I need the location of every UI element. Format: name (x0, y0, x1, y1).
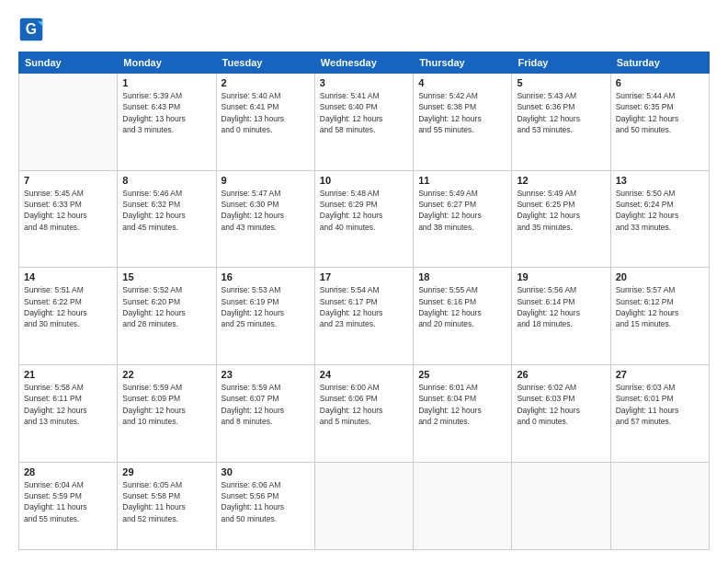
calendar-cell: 21Sunrise: 5:58 AM Sunset: 6:11 PM Dayli… (19, 364, 118, 462)
weekday-header-row: SundayMondayTuesdayWednesdayThursdayFrid… (19, 52, 710, 74)
calendar-cell: 16Sunrise: 5:53 AM Sunset: 6:19 PM Dayli… (216, 268, 314, 365)
day-number: 21 (24, 369, 112, 380)
day-number: 27 (616, 369, 704, 380)
week-row-3: 14Sunrise: 5:51 AM Sunset: 6:22 PM Dayli… (19, 268, 710, 365)
weekday-header-wednesday: Wednesday (314, 52, 413, 74)
day-number: 10 (320, 175, 408, 186)
calendar-cell: 7Sunrise: 5:45 AM Sunset: 6:33 PM Daylig… (19, 170, 118, 268)
day-info: Sunrise: 6:06 AM Sunset: 5:56 PM Dayligh… (222, 479, 310, 524)
day-info: Sunrise: 5:56 AM Sunset: 6:14 PM Dayligh… (517, 284, 605, 329)
day-number: 15 (122, 271, 210, 282)
day-number: 24 (320, 369, 408, 380)
day-number: 20 (616, 271, 704, 282)
day-info: Sunrise: 5:42 AM Sunset: 6:38 PM Dayligh… (418, 90, 506, 135)
calendar-cell (314, 462, 413, 549)
day-number: 22 (122, 369, 210, 380)
day-number: 12 (517, 175, 605, 186)
calendar-cell: 14Sunrise: 5:51 AM Sunset: 6:22 PM Dayli… (19, 268, 118, 365)
page: G SundayMondayTuesdayWednesdayThursdayFr… (0, 0, 728, 563)
day-info: Sunrise: 5:54 AM Sunset: 6:17 PM Dayligh… (320, 284, 408, 329)
day-info: Sunrise: 5:55 AM Sunset: 6:16 PM Dayligh… (418, 284, 506, 329)
calendar-cell: 30Sunrise: 6:06 AM Sunset: 5:56 PM Dayli… (216, 462, 314, 549)
week-row-1: 1Sunrise: 5:39 AM Sunset: 6:43 PM Daylig… (19, 74, 710, 171)
day-info: Sunrise: 5:44 AM Sunset: 6:35 PM Dayligh… (616, 90, 704, 135)
day-info: Sunrise: 5:41 AM Sunset: 6:40 PM Dayligh… (320, 90, 408, 135)
calendar-cell: 27Sunrise: 6:03 AM Sunset: 6:01 PM Dayli… (610, 364, 709, 462)
day-number: 13 (616, 175, 704, 186)
calendar-cell: 25Sunrise: 6:01 AM Sunset: 6:04 PM Dayli… (414, 364, 512, 462)
day-info: Sunrise: 6:01 AM Sunset: 6:04 PM Dayligh… (418, 382, 506, 427)
day-info: Sunrise: 5:43 AM Sunset: 6:36 PM Dayligh… (517, 90, 605, 135)
day-number: 5 (517, 77, 605, 88)
calendar-cell: 12Sunrise: 5:49 AM Sunset: 6:25 PM Dayli… (512, 170, 610, 268)
calendar-cell: 26Sunrise: 6:02 AM Sunset: 6:03 PM Dayli… (512, 364, 610, 462)
weekday-header-friday: Friday (512, 52, 610, 74)
calendar-cell: 2Sunrise: 5:40 AM Sunset: 6:41 PM Daylig… (216, 74, 314, 171)
weekday-header-monday: Monday (118, 52, 216, 74)
day-info: Sunrise: 5:50 AM Sunset: 6:24 PM Dayligh… (616, 188, 704, 233)
calendar-cell: 13Sunrise: 5:50 AM Sunset: 6:24 PM Dayli… (610, 170, 709, 268)
day-number: 8 (122, 175, 210, 186)
calendar-cell: 23Sunrise: 5:59 AM Sunset: 6:07 PM Dayli… (216, 364, 314, 462)
calendar-cell: 6Sunrise: 5:44 AM Sunset: 6:35 PM Daylig… (610, 74, 709, 171)
day-number: 26 (517, 369, 605, 380)
day-number: 23 (222, 369, 310, 380)
day-info: Sunrise: 5:46 AM Sunset: 6:32 PM Dayligh… (122, 188, 210, 233)
weekday-header-tuesday: Tuesday (216, 52, 314, 74)
day-info: Sunrise: 5:51 AM Sunset: 6:22 PM Dayligh… (24, 284, 112, 329)
calendar-cell (19, 74, 118, 171)
calendar-cell: 22Sunrise: 5:59 AM Sunset: 6:09 PM Dayli… (118, 364, 216, 462)
calendar-cell: 3Sunrise: 5:41 AM Sunset: 6:40 PM Daylig… (314, 74, 413, 171)
day-number: 17 (320, 271, 408, 282)
calendar-cell (414, 462, 512, 549)
day-info: Sunrise: 5:48 AM Sunset: 6:29 PM Dayligh… (320, 188, 408, 233)
day-number: 30 (222, 466, 310, 477)
calendar-table: SundayMondayTuesdayWednesdayThursdayFrid… (18, 52, 710, 550)
day-info: Sunrise: 5:40 AM Sunset: 6:41 PM Dayligh… (222, 90, 310, 135)
day-info: Sunrise: 6:03 AM Sunset: 6:01 PM Dayligh… (616, 382, 704, 427)
calendar-cell (610, 462, 709, 549)
calendar-cell: 24Sunrise: 6:00 AM Sunset: 6:06 PM Dayli… (314, 364, 413, 462)
day-number: 18 (418, 271, 506, 282)
weekday-header-thursday: Thursday (414, 52, 512, 74)
day-number: 3 (320, 77, 408, 88)
day-number: 16 (222, 271, 310, 282)
day-info: Sunrise: 5:59 AM Sunset: 6:09 PM Dayligh… (122, 382, 210, 427)
logo-icon: G (18, 17, 44, 42)
day-number: 14 (24, 271, 112, 282)
calendar-cell: 10Sunrise: 5:48 AM Sunset: 6:29 PM Dayli… (314, 170, 413, 268)
calendar-cell: 28Sunrise: 6:04 AM Sunset: 5:59 PM Dayli… (19, 462, 118, 549)
day-info: Sunrise: 5:39 AM Sunset: 6:43 PM Dayligh… (122, 90, 210, 135)
calendar-cell: 19Sunrise: 5:56 AM Sunset: 6:14 PM Dayli… (512, 268, 610, 365)
day-number: 4 (418, 77, 506, 88)
day-number: 25 (418, 369, 506, 380)
calendar-cell: 18Sunrise: 5:55 AM Sunset: 6:16 PM Dayli… (414, 268, 512, 365)
day-info: Sunrise: 5:45 AM Sunset: 6:33 PM Dayligh… (24, 188, 112, 233)
day-info: Sunrise: 5:52 AM Sunset: 6:20 PM Dayligh… (122, 284, 210, 329)
day-info: Sunrise: 6:00 AM Sunset: 6:06 PM Dayligh… (320, 382, 408, 427)
calendar-cell: 5Sunrise: 5:43 AM Sunset: 6:36 PM Daylig… (512, 74, 610, 171)
calendar-cell: 15Sunrise: 5:52 AM Sunset: 6:20 PM Dayli… (118, 268, 216, 365)
svg-text:G: G (26, 21, 37, 37)
day-number: 6 (616, 77, 704, 88)
day-info: Sunrise: 5:57 AM Sunset: 6:12 PM Dayligh… (616, 284, 704, 329)
day-info: Sunrise: 5:49 AM Sunset: 6:27 PM Dayligh… (418, 188, 506, 233)
day-number: 11 (418, 175, 506, 186)
day-number: 19 (517, 271, 605, 282)
day-number: 29 (122, 466, 210, 477)
calendar-cell: 29Sunrise: 6:05 AM Sunset: 5:58 PM Dayli… (118, 462, 216, 549)
calendar-cell (512, 462, 610, 549)
day-info: Sunrise: 6:05 AM Sunset: 5:58 PM Dayligh… (122, 479, 210, 524)
day-number: 7 (24, 175, 112, 186)
logo: G (18, 17, 48, 42)
day-number: 9 (222, 175, 310, 186)
day-info: Sunrise: 5:49 AM Sunset: 6:25 PM Dayligh… (517, 188, 605, 233)
day-number: 1 (122, 77, 210, 88)
week-row-2: 7Sunrise: 5:45 AM Sunset: 6:33 PM Daylig… (19, 170, 710, 268)
calendar-cell: 9Sunrise: 5:47 AM Sunset: 6:30 PM Daylig… (216, 170, 314, 268)
header: G (18, 17, 710, 42)
week-row-5: 28Sunrise: 6:04 AM Sunset: 5:59 PM Dayli… (19, 462, 710, 549)
day-info: Sunrise: 5:58 AM Sunset: 6:11 PM Dayligh… (24, 382, 112, 427)
day-number: 28 (24, 466, 112, 477)
day-info: Sunrise: 6:02 AM Sunset: 6:03 PM Dayligh… (517, 382, 605, 427)
